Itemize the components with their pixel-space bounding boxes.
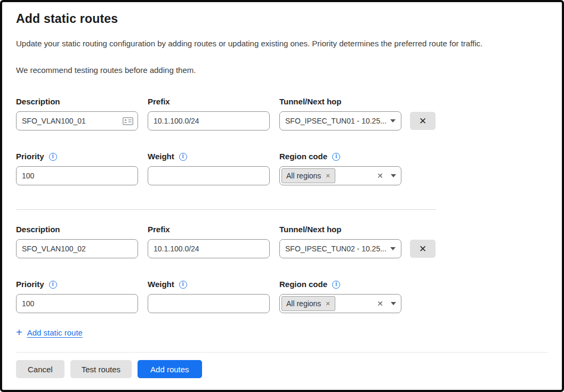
remove-route-button[interactable]: ✕	[410, 112, 436, 130]
prefix-field: Prefix	[148, 224, 270, 258]
description-label: Description	[16, 96, 60, 107]
region-chip-label: All regions	[286, 172, 321, 180]
remove-route-button[interactable]: ✕	[410, 240, 436, 258]
clear-selection-icon[interactable]: ✕	[377, 299, 383, 308]
priority-input[interactable]	[16, 166, 138, 185]
description-input[interactable]	[16, 239, 138, 258]
priority-label: Priority	[16, 279, 44, 290]
page-title: Add static routes	[16, 11, 548, 27]
region-chip-label: All regions	[286, 299, 321, 308]
prefix-input[interactable]	[148, 239, 270, 258]
add-static-routes-dialog: Add static routes Update your static rou…	[0, 0, 564, 392]
region-chip: All regions ✕	[281, 296, 335, 311]
region-chip: All regions ✕	[281, 168, 335, 183]
cancel-button[interactable]: Cancel	[16, 360, 65, 378]
route-1-main-row: Description	[16, 96, 548, 130]
caret-down-icon	[391, 302, 396, 305]
description-input[interactable]	[17, 112, 123, 130]
test-routes-button[interactable]: Test routes	[70, 360, 132, 378]
tunnel-label: Tunnel/Next hop	[279, 224, 341, 235]
weight-label: Weight	[148, 279, 174, 290]
chip-remove-icon[interactable]: ✕	[325, 300, 330, 307]
info-icon[interactable]: i	[49, 281, 57, 289]
info-icon[interactable]: i	[179, 281, 187, 289]
tunnel-select[interactable]: SFO_IPSEC_TUN02 - 10.25...	[279, 239, 401, 258]
tunnel-select[interactable]: SFO_IPSEC_TUN01 - 10.25...	[279, 111, 401, 130]
priority-label: Priority	[16, 151, 44, 162]
tunnel-selected-value: SFO_IPSEC_TUN02 - 10.25...	[285, 244, 390, 253]
weight-field: Weight i	[148, 279, 270, 313]
description-field: Description	[16, 224, 138, 258]
dialog-content: Add static routes Update your static rou…	[2, 2, 562, 338]
tunnel-field: Tunnel/Next hop SFO_IPSEC_TUN01 - 10.25.…	[279, 96, 401, 130]
dialog-footer: Cancel Test routes Add routes	[2, 352, 562, 390]
close-icon: ✕	[419, 116, 426, 127]
chip-remove-icon[interactable]: ✕	[325, 173, 330, 179]
caret-down-icon	[390, 119, 396, 123]
weight-input[interactable]	[148, 166, 270, 185]
region-field: Region code i All regions ✕ ✕	[279, 279, 401, 313]
region-multiselect[interactable]: All regions ✕ ✕	[279, 294, 401, 313]
caret-down-icon	[390, 247, 396, 250]
description-input-wrap	[16, 111, 138, 130]
add-static-route-link[interactable]: Add static route	[27, 328, 83, 337]
weight-input[interactable]	[148, 294, 270, 313]
info-icon[interactable]: i	[332, 281, 340, 289]
intro-text: Update your static routing configuration…	[16, 38, 548, 49]
route-entry-2: Description Prefix Tunnel/Next hop SFO_I	[16, 224, 548, 313]
region-multiselect[interactable]: All regions ✕ ✕	[279, 166, 401, 185]
route-2-main-row: Description Prefix Tunnel/Next hop SFO_I	[16, 224, 548, 258]
intro-note: We recommend testing routes before addin…	[16, 65, 548, 76]
route-2-options-row: Priority i Weight i Region code i	[16, 279, 548, 313]
region-label: Region code	[279, 151, 327, 162]
weight-field: Weight i	[148, 151, 270, 185]
priority-field: Priority i	[16, 151, 138, 185]
close-icon: ✕	[419, 243, 426, 255]
footer-buttons: Cancel Test routes Add routes	[16, 360, 548, 378]
region-label: Region code	[279, 279, 327, 290]
add-static-route-row: + Add static route	[16, 327, 548, 338]
clear-selection-icon[interactable]: ✕	[377, 172, 383, 180]
description-label: Description	[16, 224, 60, 235]
footer-divider	[16, 352, 548, 353]
plus-icon: +	[16, 327, 22, 338]
prefix-label: Prefix	[148, 96, 170, 107]
tunnel-selected-value: SFO_IPSEC_TUN01 - 10.25...	[285, 117, 390, 125]
info-icon[interactable]: i	[332, 153, 340, 161]
route-entry-1: Description	[16, 96, 548, 185]
caret-down-icon	[391, 174, 396, 177]
prefix-input[interactable]	[148, 111, 270, 130]
route-divider	[16, 209, 436, 210]
priority-input[interactable]	[16, 294, 138, 313]
prefix-label: Prefix	[148, 224, 170, 235]
tunnel-field: Tunnel/Next hop SFO_IPSEC_TUN02 - 10.25.…	[279, 224, 401, 258]
region-field: Region code i All regions ✕ ✕	[279, 151, 401, 185]
autofill-contact-card-icon[interactable]	[123, 117, 133, 125]
info-icon[interactable]: i	[179, 153, 187, 161]
info-icon[interactable]: i	[49, 153, 57, 161]
weight-label: Weight	[148, 151, 174, 162]
description-field: Description	[16, 96, 138, 130]
prefix-field: Prefix	[148, 96, 270, 130]
tunnel-label: Tunnel/Next hop	[279, 96, 341, 107]
add-routes-button[interactable]: Add routes	[138, 360, 202, 378]
route-1-options-row: Priority i Weight i Region code i	[16, 151, 548, 185]
priority-field: Priority i	[16, 279, 138, 313]
